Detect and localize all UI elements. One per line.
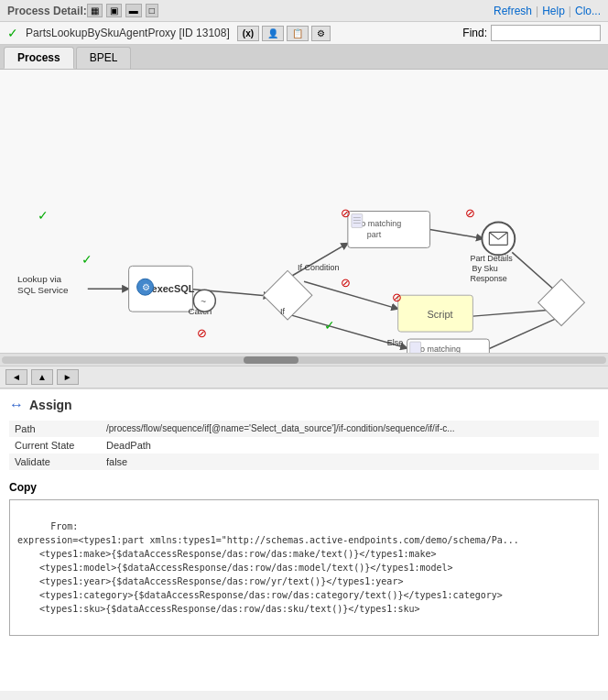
- help-link[interactable]: Help: [542, 5, 565, 17]
- process-canvas: Lookup via SQL Service execSQL ⚙ Catch ~…: [0, 70, 608, 354]
- svg-text:⊘: ⊘: [341, 276, 351, 290]
- lookup-label: Lookup via: [17, 274, 62, 284]
- svg-text:⊘: ⊘: [465, 206, 475, 220]
- window-layout-btn-4[interactable]: □: [146, 4, 158, 17]
- tabs-bar: Process BPEL: [0, 45, 608, 70]
- code-box: From: expression=<types1:part xmlns:type…: [9, 499, 599, 636]
- copy-section: Copy From: expression=<types1:part xmlns…: [9, 481, 599, 636]
- toolbar-btn-expression[interactable]: (x): [237, 26, 259, 41]
- svg-text:execSQL: execSQL: [152, 283, 195, 294]
- toolbar-btn-user[interactable]: 👤: [262, 26, 284, 41]
- svg-rect-41: [410, 342, 421, 353]
- toolbar: ✓ PartsLookupBySkuAgentProxy [ID 13108] …: [0, 22, 608, 45]
- process-name: PartsLookupBySkuAgentProxy [ID 13108]: [26, 27, 230, 39]
- svg-text:Else: Else: [387, 338, 403, 347]
- validate-label: Validate: [9, 454, 101, 470]
- svg-text:✓: ✓: [324, 318, 335, 333]
- close-link[interactable]: Clo...: [575, 5, 601, 17]
- svg-text:✓: ✓: [81, 252, 92, 267]
- svg-text:SQL Service: SQL Service: [17, 285, 69, 295]
- table-row: Validate false: [9, 454, 599, 470]
- svg-text:⊘: ⊘: [197, 326, 207, 340]
- scroll-thumb[interactable]: [244, 356, 299, 364]
- toolbar-btn-doc[interactable]: 📋: [287, 26, 309, 41]
- mini-btn-back[interactable]: ◄: [5, 369, 27, 385]
- svg-text:If: If: [280, 307, 285, 316]
- svg-text:If Condition: If Condition: [298, 263, 339, 272]
- check-icon: ✓: [7, 26, 18, 40]
- assign-icon: ↔: [9, 397, 24, 413]
- svg-text:Script: Script: [428, 309, 453, 320]
- svg-text:⊘: ⊘: [341, 206, 351, 220]
- svg-text:Response: Response: [470, 274, 506, 283]
- window-layout-btn-1[interactable]: ▦: [87, 4, 103, 17]
- toolbar-buttons: (x) 👤 📋 ⚙: [237, 26, 331, 41]
- scroll-track[interactable]: [2, 356, 606, 364]
- validate-value: false: [101, 454, 599, 470]
- path-label: Path: [9, 421, 101, 437]
- detail-panel: ↔ Assign Path /process/flow/sequence/if[…: [0, 388, 608, 691]
- svg-rect-26: [352, 213, 363, 227]
- svg-text:✓: ✓: [38, 208, 49, 223]
- table-row: Path /process/flow/sequence/if[@name='Se…: [9, 421, 599, 437]
- assign-heading: ↔ Assign: [9, 397, 599, 413]
- find-area: Find:: [462, 25, 601, 41]
- header-title: Process Detail:: [7, 5, 87, 17]
- svg-text:~: ~: [201, 296, 206, 306]
- state-label: Current State: [9, 437, 101, 454]
- tab-process[interactable]: Process: [4, 47, 74, 69]
- find-input[interactable]: [491, 25, 601, 41]
- find-label: Find:: [462, 27, 487, 39]
- bpmn-diagram: Lookup via SQL Service execSQL ⚙ Catch ~…: [0, 70, 608, 353]
- copy-heading: Copy: [9, 481, 599, 494]
- svg-rect-0: [10, 70, 598, 353]
- window-layout-btn-2[interactable]: ▣: [106, 4, 122, 17]
- path-value: /process/flow/sequence/if[@name='Select_…: [101, 421, 599, 437]
- window-layout-btn-3[interactable]: ▬: [125, 4, 142, 17]
- state-value: DeadPath: [101, 437, 599, 454]
- svg-text:⚙: ⚙: [142, 282, 150, 292]
- svg-text:part: part: [367, 230, 382, 239]
- refresh-link[interactable]: Refresh: [494, 5, 532, 17]
- toolbar-btn-gear[interactable]: ⚙: [311, 26, 331, 41]
- mini-toolbar: ◄ ▲ ►: [0, 366, 608, 388]
- svg-text:No matching: No matching: [415, 345, 461, 353]
- detail-table: Path /process/flow/sequence/if[@name='Se…: [9, 421, 599, 470]
- table-row: Current State DeadPath: [9, 437, 599, 454]
- svg-text:By Sku: By Sku: [472, 264, 497, 273]
- svg-point-30: [482, 222, 515, 255]
- header-links: Refresh | Help | Clo...: [494, 5, 601, 17]
- horizontal-scrollbar[interactable]: [0, 354, 608, 366]
- svg-text:Part Details: Part Details: [470, 254, 513, 263]
- header: Process Detail: ▦ ▣ ▬ □ Refresh | Help |…: [0, 0, 608, 22]
- mini-btn-up[interactable]: ▲: [31, 369, 53, 385]
- mini-btn-forward[interactable]: ►: [57, 369, 79, 385]
- tab-bpel[interactable]: BPEL: [76, 47, 132, 69]
- svg-text:⊘: ⊘: [392, 290, 402, 304]
